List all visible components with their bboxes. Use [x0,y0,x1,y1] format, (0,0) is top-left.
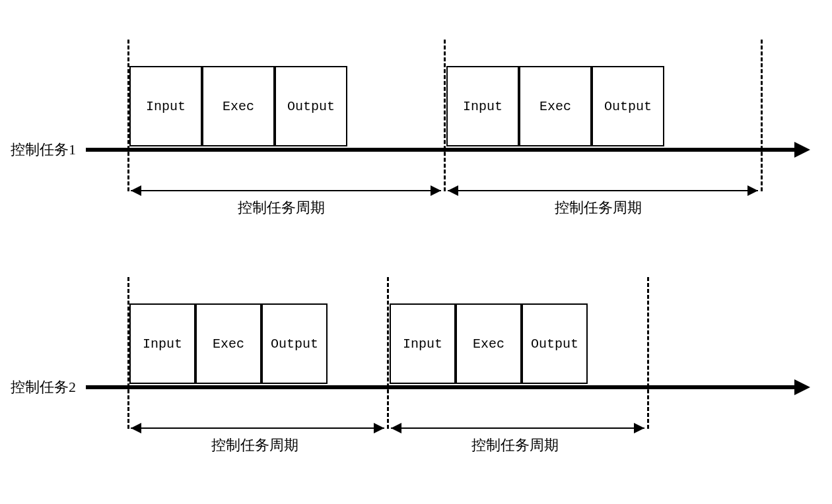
task1-timeline [86,148,796,152]
phase-label: Exec [473,336,504,352]
phase-label: Exec [223,99,254,114]
task1-label: 控制任务1 [11,140,76,160]
task1-period1-arrow [131,190,441,191]
task1-cycle1-output: Output [275,66,347,146]
task2-cycle1-exec: Exec [195,303,261,384]
task2-timeline [86,385,796,389]
phase-label: Exec [213,336,244,352]
task2-label: 控制任务2 [11,377,76,397]
task2-cycle1-output: Output [261,303,328,384]
task1-vline-end [761,40,763,191]
task2-period1-arrow [131,427,384,429]
task2-cycle2-output: Output [522,303,588,384]
task2-cycle1-input: Input [129,303,195,384]
task2-timeline-arrow [794,379,810,395]
task1-vline-mid [444,40,446,191]
task1-timeline-arrow [794,142,810,158]
phase-label: Input [146,99,186,114]
phase-label: Input [143,336,182,352]
task2-cycle2-exec: Exec [456,303,522,384]
task2-period2-label: 控制任务周期 [471,435,559,455]
task1-cycle1-exec: Exec [202,66,275,146]
task1-cycle1-input: Input [129,66,202,146]
task1-cycle2-output: Output [592,66,664,146]
task1-period1-label: 控制任务周期 [238,198,325,218]
phase-label: Output [287,99,335,114]
task1-cycle2-input: Input [446,66,519,146]
phase-label: Input [403,336,442,352]
task2-vline-end [647,277,649,429]
phase-label: Output [604,99,652,114]
task1-period2-label: 控制任务周期 [555,198,642,218]
phase-label: Exec [539,99,571,114]
task2-vline-mid [387,277,389,429]
task2-period1-label: 控制任务周期 [211,435,298,455]
phase-label: Input [463,99,503,114]
task2-cycle2-input: Input [390,303,456,384]
phase-label: Output [531,336,578,352]
task2-period2-arrow [391,427,644,429]
task1-period2-arrow [448,190,758,191]
phase-label: Output [271,336,318,352]
task1-cycle2-exec: Exec [519,66,592,146]
